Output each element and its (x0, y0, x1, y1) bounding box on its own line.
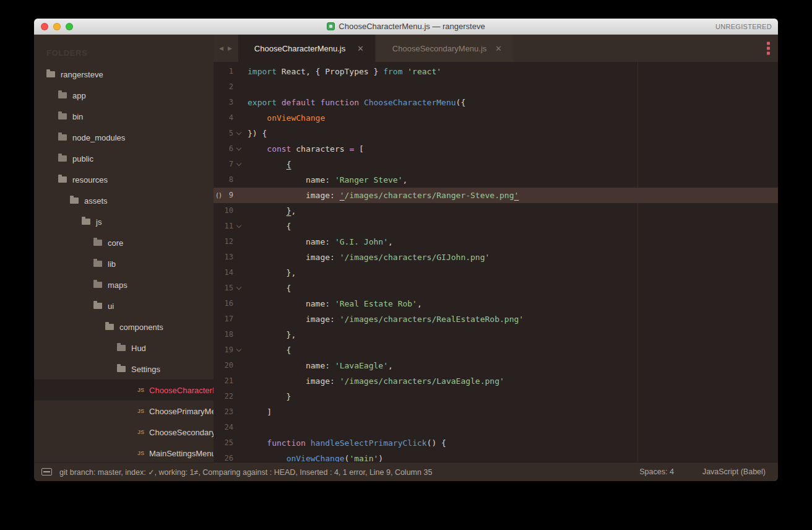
tab-scroll-right-icon[interactable]: ▶ (228, 45, 232, 51)
tree-item-label: resources (72, 175, 108, 185)
status-indent-setting[interactable]: Spaces: 4 (639, 467, 674, 476)
zoom-button[interactable] (66, 23, 73, 30)
sidebar-folder-public[interactable]: public (34, 148, 214, 169)
sidebar-folder-node_modules[interactable]: node_modules (34, 127, 214, 148)
line-number: 7 (214, 157, 233, 172)
code-line-4[interactable]: 4 onViewChange (214, 110, 778, 126)
code-text: image: '/images/characters/GIJohn.png' (248, 250, 778, 265)
tab-choosecharactermenu-js[interactable]: ChooseCharacterMenu.js✕ (238, 35, 375, 62)
line-number: 20 (214, 358, 233, 373)
minimize-button[interactable] (53, 23, 61, 30)
code-line-9[interactable]: ()9 image: '/images/characters/Ranger-St… (214, 188, 778, 203)
status-syntax-setting[interactable]: JavaScript (Babel) (702, 467, 766, 476)
code-text: image: '/images/characters/Ranger-Steve.… (248, 188, 778, 203)
sidebar-folder-core[interactable]: core (34, 232, 214, 253)
code-line-3[interactable]: 3export default function ChooseCharacter… (214, 95, 778, 110)
sidebar-file-chooseprimarymenu-js[interactable]: JSChoosePrimaryMenu.js (34, 401, 214, 422)
code-line-25[interactable]: 25 function handleSelectPrimaryClick() { (214, 435, 778, 451)
folder-closed-icon (58, 134, 67, 141)
code-line-6[interactable]: 6 const characters = [ (214, 141, 778, 157)
line-number: 3 (214, 95, 233, 110)
sidebar-folder-components[interactable]: components (34, 316, 214, 337)
code-line-2[interactable]: 2 (214, 79, 778, 95)
fold-chevron-icon[interactable] (236, 129, 241, 134)
sidebar-folder-settings[interactable]: Settings (34, 358, 214, 380)
tree-item-label: MainSettingsMenu.js (149, 449, 214, 458)
code-text: image: '/images/characters/LavaEagle.png… (248, 373, 778, 389)
sidebar-folder-lib[interactable]: lib (34, 253, 214, 274)
sidebar-file-choosesecondarymenu-js[interactable]: JSChooseSecondaryMenu.js (34, 422, 214, 443)
sidebar-file-choosecharactermenu-js[interactable]: JSChooseCharacterMenu.js (34, 380, 214, 401)
folder-open-icon (93, 303, 102, 309)
tree-item-label: app (72, 91, 86, 100)
code-line-16[interactable]: 16 name: 'Real Estate Rob', (214, 296, 778, 311)
code-editor[interactable]: 1import React, { PropTypes } from 'react… (214, 62, 778, 462)
line-number: 11 (214, 219, 233, 234)
fold-chevron-icon[interactable] (236, 346, 241, 351)
tab-close-icon[interactable]: ✕ (494, 44, 503, 53)
code-line-1[interactable]: 1import React, { PropTypes } from 'react… (214, 64, 778, 79)
fold-chevron-icon[interactable] (236, 284, 241, 289)
sidebar-folder-bin[interactable]: bin (34, 106, 214, 127)
fold-chevron-icon[interactable] (236, 222, 241, 227)
sidebar-folder-assets[interactable]: assets (34, 190, 214, 211)
sidebar-folder-hud[interactable]: Hud (34, 337, 214, 358)
code-line-18[interactable]: 18 }, (214, 327, 778, 342)
code-text: name: 'Ranger Steve', (248, 172, 778, 188)
code-text: const characters = [ (248, 141, 778, 157)
tree-item-label: ChooseSecondaryMenu.js (149, 428, 214, 437)
code-line-15[interactable]: 15 { (214, 280, 778, 296)
folder-closed-icon (58, 113, 67, 119)
line-number: 24 (214, 420, 233, 435)
gutter: 1 (214, 64, 248, 79)
gutter: 10 (214, 203, 248, 219)
sidebar-folder-rangersteve[interactable]: rangersteve (34, 64, 214, 85)
gutter: 6 (214, 141, 248, 157)
sidebar-folder-resources[interactable]: resources (34, 169, 214, 190)
code-line-5[interactable]: 5}) { (214, 126, 778, 141)
line-number: 17 (214, 311, 233, 327)
panel-toggle-icon[interactable] (41, 468, 52, 476)
code-line-21[interactable]: 21 image: '/images/characters/LavaEagle.… (214, 373, 778, 389)
tab-close-icon[interactable]: ✕ (356, 44, 365, 53)
sidebar-folder-maps[interactable]: maps (34, 274, 214, 295)
close-button[interactable] (41, 23, 48, 30)
gutter: 13 (214, 250, 248, 265)
line-number: 15 (214, 280, 233, 296)
code-text: { (248, 157, 778, 172)
fold-chevron-icon[interactable] (236, 145, 241, 150)
code-text: import React, { PropTypes } from 'react' (248, 64, 778, 79)
app-window: ChooseCharacterMenu.js — rangersteve UNR… (34, 19, 778, 481)
sidebar-folder-ui[interactable]: ui (34, 295, 214, 316)
code-line-11[interactable]: 11 { (214, 219, 778, 234)
code-line-26[interactable]: 26 onViewChange('main') (214, 451, 778, 462)
code-line-12[interactable]: 12 name: 'G.I. John', (214, 234, 778, 250)
overflow-menu-icon[interactable] (767, 42, 770, 55)
line-number: 14 (214, 265, 233, 280)
traffic-lights (41, 19, 73, 34)
sidebar-folder-app[interactable]: app (34, 85, 214, 106)
js-file-icon: JS (137, 387, 144, 393)
code-line-22[interactable]: 22 } (214, 389, 778, 404)
tab-choosesecondarymenu-js[interactable]: ChooseSecondaryMenu.js✕ (376, 35, 513, 62)
code-text: } (248, 389, 778, 404)
folder-closed-icon (93, 282, 102, 288)
line-number: 19 (214, 342, 233, 358)
code-line-10[interactable]: 10 }, (214, 203, 778, 219)
code-line-14[interactable]: 14 }, (214, 265, 778, 280)
code-line-24[interactable]: 24 (214, 420, 778, 435)
sidebar-folder-js[interactable]: js (34, 211, 214, 232)
fold-chevron-icon[interactable] (236, 160, 241, 165)
code-line-7[interactable]: 7 { (214, 157, 778, 172)
tree-item-label: rangersteve (61, 70, 103, 79)
code-line-17[interactable]: 17 image: '/images/characters/RealEstate… (214, 311, 778, 327)
code-line-8[interactable]: 8 name: 'Ranger Steve', (214, 172, 778, 188)
code-line-23[interactable]: 23 ] (214, 404, 778, 420)
code-line-13[interactable]: 13 image: '/images/characters/GIJohn.png… (214, 250, 778, 265)
code-line-20[interactable]: 20 name: 'LavaEagle', (214, 358, 778, 373)
tab-scroll-left-icon[interactable]: ◀ (219, 45, 223, 51)
sidebar-file-mainsettingsmenu-js[interactable]: JSMainSettingsMenu.js (34, 443, 214, 462)
gutter: 20 (214, 358, 248, 373)
window-title-group: ChooseCharacterMenu.js — rangersteve (327, 22, 485, 31)
code-line-19[interactable]: 19 { (214, 342, 778, 358)
